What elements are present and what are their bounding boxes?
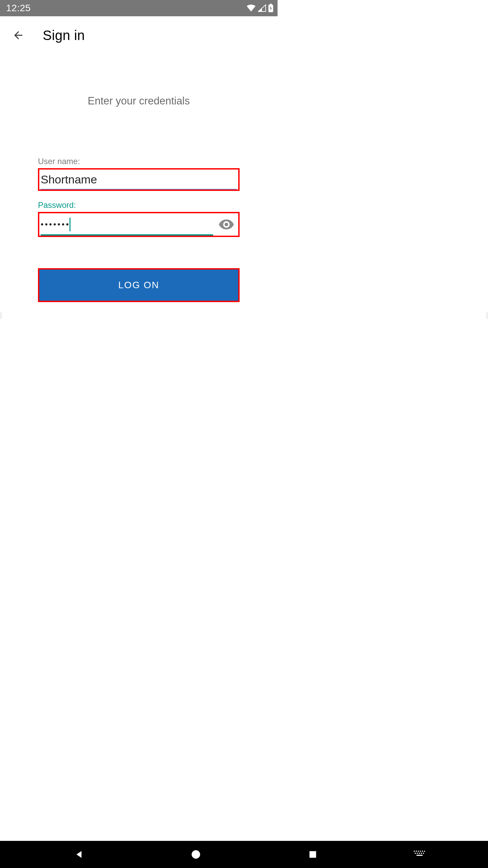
input-underline (41, 189, 237, 190)
logon-button[interactable]: LOG ON (39, 270, 238, 301)
signal-icon (258, 4, 266, 12)
username-field-wrap (38, 168, 240, 191)
input-underline-active (41, 234, 213, 236)
decorative-shadow (0, 312, 2, 319)
arrow-left-icon (12, 29, 24, 41)
app-bar: Sign in (0, 16, 278, 54)
main-content: Enter your credentials User name: Passwo… (0, 95, 278, 302)
toggle-password-visibility-button[interactable] (215, 219, 238, 230)
battery-icon (268, 4, 273, 13)
svg-point-2 (225, 223, 228, 226)
eye-icon (219, 219, 234, 230)
status-icons (246, 4, 273, 13)
username-input[interactable] (39, 170, 238, 190)
password-masked-value: ••••••• (41, 220, 70, 229)
login-form: User name: Password: ••••••• (14, 157, 264, 302)
page-title: Sign in (43, 28, 85, 43)
text-cursor (69, 218, 70, 231)
password-label: Password: (38, 200, 240, 210)
logon-button-wrap: LOG ON (38, 268, 240, 302)
back-button[interactable] (10, 27, 26, 43)
status-time: 12:25 (6, 3, 31, 14)
password-input[interactable]: ••••••• (39, 213, 215, 236)
password-field-wrap: ••••••• (38, 212, 240, 237)
svg-rect-1 (270, 4, 272, 5)
wifi-icon (246, 4, 256, 12)
username-label: User name: (38, 157, 240, 166)
subtitle: Enter your credentials (14, 95, 264, 107)
status-bar: 12:25 (0, 0, 278, 16)
